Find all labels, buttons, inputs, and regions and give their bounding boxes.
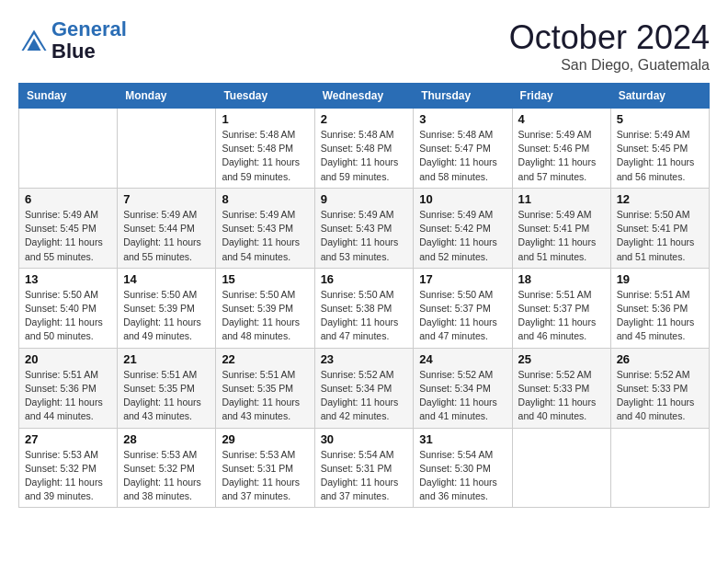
calendar-week-row: 13 Sunrise: 5:50 AMSunset: 5:40 PMDaylig…	[19, 268, 710, 348]
day-number: 21	[123, 352, 210, 366]
day-info: Sunrise: 5:52 AMSunset: 5:34 PMDaylight:…	[419, 368, 506, 424]
day-info: Sunrise: 5:49 AMSunset: 5:41 PMDaylight:…	[518, 208, 605, 264]
day-info: Sunrise: 5:53 AMSunset: 5:32 PMDaylight:…	[25, 448, 111, 504]
calendar-cell: 3 Sunrise: 5:48 AMSunset: 5:47 PMDayligh…	[414, 109, 512, 189]
day-number: 4	[518, 112, 605, 126]
day-info: Sunrise: 5:50 AMSunset: 5:39 PMDaylight:…	[222, 288, 308, 344]
day-number: 29	[222, 432, 308, 446]
calendar-table: SundayMondayTuesdayWednesdayThursdayFrid…	[18, 83, 710, 508]
calendar-week-row: 20 Sunrise: 5:51 AMSunset: 5:36 PMDaylig…	[19, 348, 710, 428]
day-number: 31	[419, 432, 506, 446]
calendar-week-row: 6 Sunrise: 5:49 AMSunset: 5:45 PMDayligh…	[19, 188, 710, 268]
calendar-cell: 14 Sunrise: 5:50 AMSunset: 5:39 PMDaylig…	[118, 268, 216, 348]
day-info: Sunrise: 5:51 AMSunset: 5:36 PMDaylight:…	[25, 368, 111, 424]
day-info: Sunrise: 5:49 AMSunset: 5:46 PMDaylight:…	[518, 128, 605, 184]
day-number: 16	[321, 272, 408, 286]
day-number: 28	[123, 432, 210, 446]
day-info: Sunrise: 5:53 AMSunset: 5:32 PMDaylight:…	[123, 448, 210, 504]
calendar-cell: 29 Sunrise: 5:53 AMSunset: 5:31 PMDaylig…	[216, 428, 314, 508]
calendar-cell	[610, 428, 709, 508]
calendar-week-row: 1 Sunrise: 5:48 AMSunset: 5:48 PMDayligh…	[19, 109, 710, 189]
day-number: 2	[321, 112, 408, 126]
day-number: 8	[222, 192, 308, 206]
calendar-cell: 11 Sunrise: 5:49 AMSunset: 5:41 PMDaylig…	[512, 188, 610, 268]
day-info: Sunrise: 5:52 AMSunset: 5:34 PMDaylight:…	[321, 368, 408, 424]
month-title: October 2024	[509, 18, 710, 57]
day-info: Sunrise: 5:50 AMSunset: 5:40 PMDaylight:…	[25, 288, 111, 344]
day-info: Sunrise: 5:49 AMSunset: 5:45 PMDaylight:…	[25, 208, 111, 264]
day-info: Sunrise: 5:54 AMSunset: 5:31 PMDaylight:…	[321, 448, 408, 504]
day-number: 19	[617, 272, 703, 286]
calendar-cell: 19 Sunrise: 5:51 AMSunset: 5:36 PMDaylig…	[610, 268, 709, 348]
day-info: Sunrise: 5:51 AMSunset: 5:35 PMDaylight:…	[123, 368, 210, 424]
day-info: Sunrise: 5:50 AMSunset: 5:39 PMDaylight:…	[123, 288, 210, 344]
day-number: 27	[25, 432, 111, 446]
day-number: 25	[518, 352, 605, 366]
calendar-cell: 13 Sunrise: 5:50 AMSunset: 5:40 PMDaylig…	[19, 268, 118, 348]
logo-icon	[20, 27, 48, 54]
day-info: Sunrise: 5:49 AMSunset: 5:45 PMDaylight:…	[617, 128, 703, 184]
calendar-cell: 9 Sunrise: 5:49 AMSunset: 5:43 PMDayligh…	[314, 188, 414, 268]
calendar-cell: 17 Sunrise: 5:50 AMSunset: 5:37 PMDaylig…	[414, 268, 512, 348]
weekday-header-cell: Saturday	[610, 84, 709, 109]
logo: GeneralBlue	[18, 18, 127, 63]
day-info: Sunrise: 5:51 AMSunset: 5:35 PMDaylight:…	[222, 368, 308, 424]
calendar-cell: 28 Sunrise: 5:53 AMSunset: 5:32 PMDaylig…	[118, 428, 216, 508]
day-number: 11	[518, 192, 605, 206]
day-number: 26	[617, 352, 703, 366]
title-block: October 2024 San Diego, Guatemala	[509, 18, 710, 74]
calendar-body: 1 Sunrise: 5:48 AMSunset: 5:48 PMDayligh…	[19, 109, 710, 508]
day-number: 5	[617, 112, 703, 126]
day-number: 3	[419, 112, 506, 126]
day-number: 24	[419, 352, 506, 366]
calendar-cell: 1 Sunrise: 5:48 AMSunset: 5:48 PMDayligh…	[216, 109, 314, 189]
calendar-cell	[118, 109, 216, 189]
weekday-header-cell: Friday	[512, 84, 610, 109]
day-number: 20	[25, 352, 111, 366]
day-info: Sunrise: 5:49 AMSunset: 5:42 PMDaylight:…	[419, 208, 506, 264]
weekday-header-cell: Thursday	[414, 84, 512, 109]
day-number: 6	[25, 192, 111, 206]
day-number: 7	[123, 192, 210, 206]
day-info: Sunrise: 5:53 AMSunset: 5:31 PMDaylight:…	[222, 448, 308, 504]
day-number: 15	[222, 272, 308, 286]
calendar-cell: 7 Sunrise: 5:49 AMSunset: 5:44 PMDayligh…	[118, 188, 216, 268]
calendar-cell: 8 Sunrise: 5:49 AMSunset: 5:43 PMDayligh…	[216, 188, 314, 268]
day-info: Sunrise: 5:50 AMSunset: 5:38 PMDaylight:…	[321, 288, 408, 344]
day-number: 18	[518, 272, 605, 286]
day-info: Sunrise: 5:50 AMSunset: 5:41 PMDaylight:…	[617, 208, 703, 264]
calendar-cell: 15 Sunrise: 5:50 AMSunset: 5:39 PMDaylig…	[216, 268, 314, 348]
calendar-cell: 22 Sunrise: 5:51 AMSunset: 5:35 PMDaylig…	[216, 348, 314, 428]
day-number: 9	[321, 192, 408, 206]
day-info: Sunrise: 5:48 AMSunset: 5:48 PMDaylight:…	[222, 128, 308, 184]
location: San Diego, Guatemala	[509, 57, 710, 74]
day-info: Sunrise: 5:49 AMSunset: 5:44 PMDaylight:…	[123, 208, 210, 264]
day-number: 1	[222, 112, 308, 126]
calendar-cell: 12 Sunrise: 5:50 AMSunset: 5:41 PMDaylig…	[610, 188, 709, 268]
calendar-cell: 18 Sunrise: 5:51 AMSunset: 5:37 PMDaylig…	[512, 268, 610, 348]
day-number: 14	[123, 272, 210, 286]
day-info: Sunrise: 5:54 AMSunset: 5:30 PMDaylight:…	[419, 448, 506, 504]
calendar-cell	[512, 428, 610, 508]
calendar-cell: 25 Sunrise: 5:52 AMSunset: 5:33 PMDaylig…	[512, 348, 610, 428]
calendar-cell: 21 Sunrise: 5:51 AMSunset: 5:35 PMDaylig…	[118, 348, 216, 428]
day-info: Sunrise: 5:49 AMSunset: 5:43 PMDaylight:…	[222, 208, 308, 264]
day-number: 17	[419, 272, 506, 286]
calendar-week-row: 27 Sunrise: 5:53 AMSunset: 5:32 PMDaylig…	[19, 428, 710, 508]
calendar-cell: 6 Sunrise: 5:49 AMSunset: 5:45 PMDayligh…	[19, 188, 118, 268]
calendar-cell: 30 Sunrise: 5:54 AMSunset: 5:31 PMDaylig…	[314, 428, 414, 508]
calendar-cell: 23 Sunrise: 5:52 AMSunset: 5:34 PMDaylig…	[314, 348, 414, 428]
weekday-header-cell: Wednesday	[314, 84, 414, 109]
day-info: Sunrise: 5:48 AMSunset: 5:47 PMDaylight:…	[419, 128, 506, 184]
calendar-cell	[19, 109, 118, 189]
day-info: Sunrise: 5:52 AMSunset: 5:33 PMDaylight:…	[617, 368, 703, 424]
calendar-cell: 2 Sunrise: 5:48 AMSunset: 5:48 PMDayligh…	[314, 109, 414, 189]
calendar-cell: 5 Sunrise: 5:49 AMSunset: 5:45 PMDayligh…	[610, 109, 709, 189]
day-info: Sunrise: 5:49 AMSunset: 5:43 PMDaylight:…	[321, 208, 408, 264]
day-info: Sunrise: 5:51 AMSunset: 5:36 PMDaylight:…	[617, 288, 703, 344]
calendar-cell: 16 Sunrise: 5:50 AMSunset: 5:38 PMDaylig…	[314, 268, 414, 348]
calendar-cell: 10 Sunrise: 5:49 AMSunset: 5:42 PMDaylig…	[414, 188, 512, 268]
day-number: 23	[321, 352, 408, 366]
weekday-header-cell: Sunday	[19, 84, 118, 109]
weekday-header-cell: Monday	[118, 84, 216, 109]
